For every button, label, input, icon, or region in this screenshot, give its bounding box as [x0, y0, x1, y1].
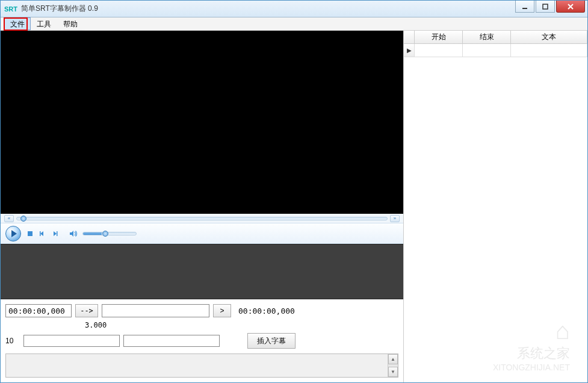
- svg-marker-7: [54, 231, 57, 236]
- svg-rect-6: [40, 231, 41, 236]
- col-header-text[interactable]: 文本: [511, 31, 587, 43]
- row2-input-b[interactable]: [123, 335, 220, 347]
- log-textarea[interactable]: ▲ ▼: [5, 353, 398, 378]
- svg-rect-8: [57, 231, 58, 236]
- end-time-label: 00:00:00,000: [238, 307, 295, 316]
- volume-slider[interactable]: [82, 232, 137, 235]
- menu-tools[interactable]: 工具: [31, 17, 57, 30]
- go-button[interactable]: >: [213, 304, 231, 317]
- prev-button[interactable]: [39, 229, 48, 238]
- play-button[interactable]: [5, 226, 21, 241]
- table-row[interactable]: ▶: [404, 44, 587, 57]
- row2-input-a[interactable]: [23, 335, 120, 347]
- cell-end[interactable]: [463, 44, 511, 57]
- waveform-area: [1, 244, 403, 299]
- duration-arrow-button[interactable]: -->: [75, 304, 98, 317]
- volume-icon[interactable]: [69, 229, 78, 238]
- minimize-button[interactable]: [515, 1, 534, 13]
- insert-subtitle-button[interactable]: 插入字幕: [247, 333, 296, 349]
- subtitle-table-header: 开始 结束 文本: [404, 31, 587, 44]
- volume-thumb[interactable]: [102, 231, 108, 237]
- subtitle-text-input[interactable]: [102, 304, 209, 317]
- svg-rect-1: [543, 4, 548, 9]
- svg-marker-9: [70, 231, 73, 237]
- duration-label: 3.000: [85, 321, 398, 329]
- seek-right-icon[interactable]: »: [390, 215, 400, 222]
- scrollbar-vertical[interactable]: ▲ ▼: [388, 354, 398, 377]
- cell-text[interactable]: [511, 44, 587, 57]
- close-button[interactable]: [556, 1, 585, 13]
- menu-file[interactable]: 文件: [4, 17, 31, 30]
- svg-rect-4: [28, 231, 32, 236]
- app-icon: SRT: [4, 5, 17, 13]
- window-title: 简单SRT字幕制作器 0.9: [21, 4, 98, 14]
- seek-slider[interactable]: [16, 217, 388, 220]
- scroll-up-icon[interactable]: ▲: [388, 354, 398, 364]
- col-header-start[interactable]: 开始: [415, 31, 463, 43]
- next-button[interactable]: [52, 229, 61, 238]
- row-marker-header: [404, 31, 415, 43]
- menubar: 文件 工具 帮助 打开视频文件 打开字幕文件 保存字幕文件: [1, 17, 587, 31]
- menu-help[interactable]: 帮助: [57, 17, 84, 30]
- scroll-down-icon[interactable]: ▼: [388, 367, 398, 377]
- seek-thumb[interactable]: [20, 216, 26, 222]
- stop-button[interactable]: [26, 229, 34, 238]
- col-header-end[interactable]: 结束: [463, 31, 511, 43]
- start-time-input[interactable]: [5, 304, 72, 317]
- cell-start[interactable]: [415, 44, 463, 57]
- video-preview: [1, 31, 403, 214]
- titlebar: SRT 简单SRT字幕制作器 0.9: [1, 1, 587, 17]
- row-marker-icon: ▶: [404, 44, 415, 57]
- svg-marker-5: [40, 231, 43, 236]
- subtitle-table-body: ▶: [404, 44, 587, 382]
- maximize-button[interactable]: [536, 1, 555, 13]
- seek-left-icon[interactable]: «: [4, 215, 14, 222]
- row2-number-label: 10: [5, 337, 20, 345]
